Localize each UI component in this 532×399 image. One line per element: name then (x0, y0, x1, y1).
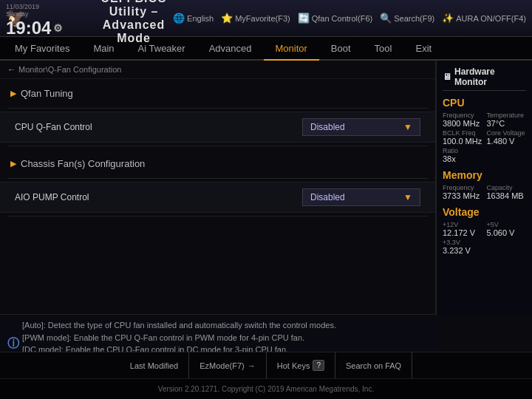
hardware-monitor-title: 🖥 Hardware Monitor (443, 66, 526, 91)
nav-exit[interactable]: Exit (403, 37, 443, 61)
cpu-freq-temp-row: Frequency 3800 MHz Temperature 37°C (443, 112, 526, 128)
nav-bar: My Favorites Main Ai Tweaker Advanced Mo… (0, 37, 532, 61)
v33-col: +3.3V 3.232 V (443, 239, 526, 255)
qfan-tuning-header[interactable]: ▶ Qfan Tuning (0, 82, 435, 105)
qfan-control-button[interactable]: 🔄 Qfan Control(F6) (298, 13, 373, 24)
ezmode-button[interactable]: EzMode(F7) → (189, 352, 267, 378)
aio-pump-row: AIO PUMP Control Disabled ▼ (0, 182, 435, 213)
footer: Version 2.20.1271. Copyright (C) 2019 Am… (0, 378, 532, 399)
myfavorite-button[interactable]: ⭐ MyFavorite(F3) (221, 13, 290, 24)
separator3 (7, 178, 428, 179)
search-faq-button[interactable]: Search on FAQ (335, 352, 412, 378)
separator4 (7, 216, 428, 216)
ratio-col: Ratio 38x (443, 147, 526, 163)
chassis-fans-header[interactable]: ▶ Chassis Fan(s) Configuration (0, 152, 435, 175)
aura-icon: ✨ (442, 13, 454, 24)
top-buttons: 🌐 English ⭐ MyFavorite(F3) 🔄 Qfan Contro… (173, 13, 526, 24)
cpu-frequency-col: Frequency 3800 MHz (443, 112, 482, 128)
bclk-col: BCLK Freq 100.0 MHz (443, 129, 482, 146)
cpu-ratio-row: Ratio 38x (443, 147, 526, 163)
fan-icon: 🔄 (298, 13, 310, 24)
top-bar: 🦅 11/03/2019 Sunday 19:04 ⚙ UEFI BIOS Ut… (0, 0, 532, 37)
title-area: UEFI BIOS Utility – Advanced Mode (95, 0, 173, 45)
separator (7, 108, 428, 109)
memory-freq-cap-row: Frequency 3733 MHz Capacity 16384 MB (443, 184, 526, 200)
expand-icon2: ▶ (10, 159, 16, 168)
voltage-12v-5v-row: +12V 12.172 V +5V 5.060 V (443, 221, 526, 237)
cpu-temperature-col: Temperature 37°C (487, 112, 527, 128)
arrow-icon: → (248, 361, 256, 370)
memory-capacity-col: Capacity 16384 MB (487, 184, 527, 200)
voltage-33v-row: +3.3V 3.232 V (443, 239, 526, 255)
aio-pump-dropdown[interactable]: Disabled ▼ (302, 188, 420, 206)
hotkeys-badge: ? (313, 360, 324, 371)
info-icon: ⓘ (7, 335, 19, 352)
separator2 (7, 146, 428, 146)
date-text: 11/03/2019 Sunday (6, 3, 63, 18)
language-button[interactable]: 🌐 English (173, 13, 214, 24)
time-display: 19:04 ⚙ (6, 19, 63, 37)
aio-pump-label: AIO PUMP Control (15, 192, 302, 202)
nav-boot[interactable]: Boot (319, 37, 363, 61)
cpu-qfan-dropdown[interactable]: Disabled ▼ (302, 118, 420, 136)
search-button[interactable]: 🔍 Search(F9) (380, 13, 434, 24)
monitor-icon: 🖥 (443, 72, 451, 82)
aura-button[interactable]: ✨ AURA ON/OFF(F4) (442, 13, 526, 24)
nav-monitor[interactable]: Monitor (264, 37, 319, 61)
search-icon: 🔍 (380, 13, 392, 24)
language-icon: 🌐 (173, 13, 185, 24)
cpu-qfan-row: CPU Q-Fan Control Disabled ▼ (0, 112, 435, 143)
breadcrumb: ← Monitor\Q-Fan Configuration (0, 61, 435, 79)
bottom-bar: Last Modified EzMode(F7) → Hot Keys ? Se… (0, 352, 532, 378)
nav-my-favorites[interactable]: My Favorites (3, 37, 81, 61)
memory-frequency-col: Frequency 3733 MHz (443, 184, 482, 200)
chassis-section: ▶ Chassis Fan(s) Configuration AIO PUMP … (0, 152, 435, 216)
voltage-section-title: Voltage (443, 206, 526, 218)
info-line-2: [PWM mode]: Enable the CPU Q-Fan control… (22, 332, 414, 344)
v5-col: +5V 5.060 V (487, 221, 527, 237)
qfan-section: ▶ Qfan Tuning CPU Q-Fan Control Disabled… (0, 82, 435, 146)
cpu-qfan-label: CPU Q-Fan Control (15, 122, 302, 132)
datetime-block: 11/03/2019 Sunday 19:04 ⚙ (6, 3, 63, 37)
star-icon: ⭐ (221, 13, 233, 24)
nav-tool[interactable]: Tool (363, 37, 404, 61)
back-arrow-icon[interactable]: ← (7, 65, 16, 74)
left-panel: ← Monitor\Q-Fan Configuration ▶ Qfan Tun… (0, 61, 436, 315)
core-voltage-col: Core Voltage 1.480 V (487, 129, 527, 146)
cpu-bclk-corevolt-row: BCLK Freq 100.0 MHz Core Voltage 1.480 V (443, 129, 526, 146)
cpu-section-title: CPU (443, 97, 526, 109)
hotkeys-button[interactable]: Hot Keys ? (267, 352, 335, 378)
gear-icon[interactable]: ⚙ (53, 23, 63, 33)
app-title: UEFI BIOS Utility – Advanced Mode (95, 0, 173, 45)
last-modified-button[interactable]: Last Modified (120, 352, 189, 378)
v12-col: +12V 12.172 V (443, 221, 482, 237)
right-panel: 🖥 Hardware Monitor CPU Frequency 3800 MH… (436, 61, 532, 315)
main-layout: ← Monitor\Q-Fan Configuration ▶ Qfan Tun… (0, 61, 532, 315)
dropdown-arrow-icon: ▼ (403, 122, 412, 132)
dropdown-arrow-icon2: ▼ (403, 192, 412, 202)
expand-icon: ▶ (10, 89, 16, 98)
info-line-1: [Auto]: Detect the type of CPU fan insta… (22, 319, 414, 332)
memory-section-title: Memory (443, 169, 526, 181)
nav-advanced[interactable]: Advanced (197, 37, 264, 61)
